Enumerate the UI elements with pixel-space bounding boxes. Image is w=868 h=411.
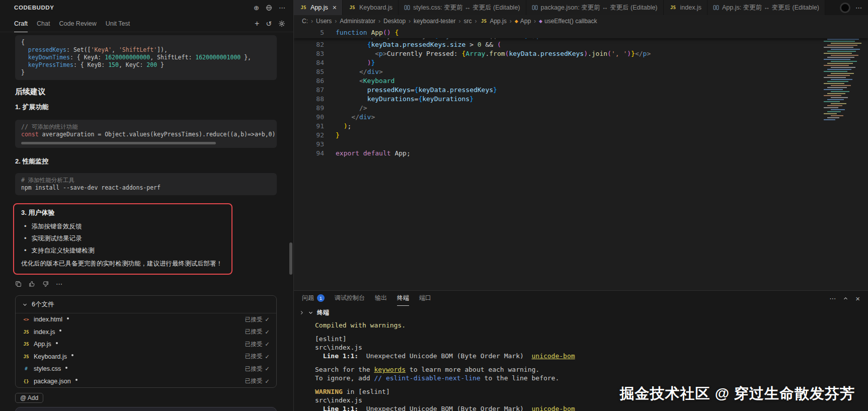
panel-tab-code-review[interactable]: Code Review [59,15,97,32]
new-session-icon[interactable]: + [255,20,259,28]
editor-tab[interactable]: styles.css: 变更前 ↔ 变更后 (Editable) [399,0,526,15]
panel-tab-craft[interactable]: Craft [14,15,28,32]
minimap[interactable] [824,29,863,121]
settings-gear-icon[interactable] [278,20,285,27]
breadcrumb-item[interactable]: JSApp.js [480,18,506,25]
history-icon[interactable]: ↺ [266,20,272,27]
breadcrumb-item[interactable]: C: [302,18,308,25]
more-icon[interactable]: ⋯ [279,5,285,11]
chevron-up-icon[interactable] [843,296,848,301]
bullet-dot: • [24,244,27,257]
line-number: 93 [294,140,336,149]
code-snippet-perf: # 添加性能分析工具npm install --save-dev react-a… [15,173,277,195]
file-name: styles.css [34,365,61,372]
line-number: 92 [294,131,336,140]
horizontal-scrollbar[interactable] [21,142,271,144]
suggestion-bullet: •支持自定义快捷键检测 [21,244,224,257]
file-name: Keyboard.js [34,353,67,360]
breadcrumb-item[interactable]: Desktop [383,18,406,25]
breadcrumb-item[interactable]: src [463,18,471,25]
editor-more-icon[interactable]: ⋯ [855,5,862,11]
terminal-link[interactable]: unicode-bom [531,405,575,411]
sticky-code-line: 5function App() { [294,27,868,38]
file-name: index.js [34,328,55,336]
editor-tab[interactable]: JSApp.js× [294,0,343,15]
panel-tab[interactable]: 输出 [375,291,387,306]
breadcrumb-separator: › [378,18,380,25]
add-context-button[interactable]: @ Add [15,393,43,403]
codebuddy-avatar-icon[interactable] [840,3,850,13]
file-status[interactable]: 已接受✓ [245,316,270,323]
editor-tabbar: JSApp.js×JSKeyboard.jsstyles.css: 变更前 ↔ … [294,0,868,15]
panel-tabbar: CraftChatCode ReviewUnit Test + ↺ [0,15,293,32]
code-line: 82 {keyData.pressedKeys.size > 0 && ( [294,40,868,49]
breadcrumb-separator: › [458,18,460,25]
terminal-line: Compiled with warnings. [315,321,868,330]
file-status[interactable]: 已接受✓ [245,328,270,336]
panel-more-icon[interactable]: ⋯ [829,295,836,302]
panel-tab-unit-test[interactable]: Unit Test [106,15,130,32]
breadcrumb-item[interactable]: ◆App [515,18,531,25]
panel-scrollbar[interactable] [289,242,292,275]
editor-tab[interactable]: App.js: 变更前 ↔ 变更后 (Editable) [707,0,825,15]
breadcrumb-item[interactable]: Users [316,18,332,25]
code-line: 87 pressedKeys={keyData.pressedKeys} [294,86,868,95]
file-status[interactable]: 已接受✓ [245,341,270,348]
copy-icon[interactable] [15,281,22,287]
code-editor[interactable]: 81 <p>Physical Key: {keyData.code || 'No… [294,27,868,290]
editor-tab[interactable]: package.json: 变更前 ↔ 变更后 (Editable) [526,0,664,15]
files-header-label: 6个文件 [32,300,54,309]
code-line: 89 /> [294,104,868,113]
code-line: 91 ); [294,122,868,131]
file-row-package.json[interactable]: {}package.json已接受✓ [16,375,276,388]
tab-label: App.js: 变更前 ↔ 变更后 (Editable) [722,4,819,12]
panel-tab-chat[interactable]: Chat [37,15,50,32]
terminal-link[interactable]: unicode-bom [531,352,575,360]
panel-close-icon[interactable]: × [855,295,860,302]
crosshair-icon[interactable]: ⊕ [254,5,259,11]
panel-tab[interactable]: 问题1 [302,291,325,306]
editor-tab[interactable]: JSindex.js [664,0,707,15]
tab-label: App.js [310,4,328,11]
thumbs-up-icon[interactable] [29,281,35,287]
terminal-group-header[interactable]: 终端 [294,306,868,319]
file-row-index.js[interactable]: JSindex.js已接受✓ [16,326,276,339]
task-input[interactable]: 请输入你的任务 [15,407,277,411]
editor-tab[interactable]: JSKeyboard.js [343,0,399,15]
terminal-line: Line 1:1: Unexpected Unicode BOM (Byte O… [315,352,868,360]
globe-icon[interactable] [266,5,272,11]
breadcrumb-separator: › [510,18,512,25]
changed-files-card: 6个文件 <>index.html已接受✓JSindex.js已接受✓JSApp… [15,295,277,388]
terminal-line [315,330,868,335]
panel-titlebar: CODEBUDDY ⊕ ⋯ [0,0,293,15]
file-status[interactable]: 已接受✓ [245,365,270,373]
chat-content: { pressedKeys: Set(['KeyA', 'ShiftLeft']… [0,32,293,411]
file-row-App.js[interactable]: JSApp.js已接受✓ [16,338,276,351]
close-icon[interactable]: × [333,4,337,12]
file-row-styles.css[interactable]: #styles.css已接受✓ [16,363,276,375]
breadcrumb-item[interactable]: Administrator [340,18,375,25]
terminal-line: [eslint] [315,335,868,343]
modified-dot [65,367,67,369]
css-file-icon: # [22,366,30,371]
panel-tab[interactable]: 终端 [397,291,409,306]
terminal-line: Line 1:1: Unexpected Unicode BOM (Byte O… [315,404,868,411]
breadcrumb-item[interactable]: ◆useEffect() callback [539,18,597,25]
terminal-link[interactable]: keywords [374,366,406,373]
files-header[interactable]: 6个文件 [16,296,276,313]
breadcrumb-item[interactable]: keyboard-tester [414,18,455,25]
panel-tab[interactable]: 端口 [419,291,431,306]
breadcrumb-separator: › [335,18,337,25]
js-file-icon: JS [348,5,356,10]
modified-dot [67,317,69,319]
breadcrumb-separator: › [311,18,313,25]
file-row-index.html[interactable]: <>index.html已接受✓ [16,313,276,326]
panel-tab[interactable]: 调试控制台 [335,291,365,306]
file-status[interactable]: 已接受✓ [245,377,270,385]
file-row-Keyboard.js[interactable]: JSKeyboard.js已接受✓ [16,351,276,363]
file-status[interactable]: 已接受✓ [245,353,270,360]
more-actions-icon[interactable]: ⋯ [56,281,62,287]
thumbs-down-icon[interactable] [42,281,49,287]
code-snippet-keydata: { pressedKeys: Set(['KeyA', 'ShiftLeft']… [15,35,277,80]
line-number: 94 [294,149,336,158]
